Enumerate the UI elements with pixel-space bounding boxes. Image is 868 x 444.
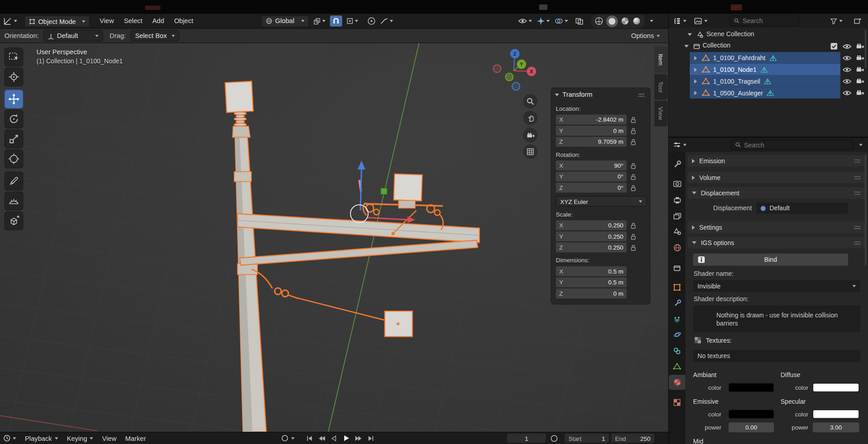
orthographic-toggle-button[interactable] (523, 145, 538, 159)
outliner-row-item-active[interactable]: 1_0100_Node1 (669, 64, 868, 76)
panel-displacement[interactable]: Displacement (688, 187, 866, 199)
camera-icon[interactable] (856, 66, 864, 72)
selected-object-mast[interactable] (225, 81, 479, 432)
play-reverse-button[interactable] (330, 435, 337, 442)
scale-y-field[interactable]: Y0.250 (556, 231, 627, 241)
tab-modifier-properties[interactable] (669, 296, 685, 311)
outliner-row-scene-collection[interactable]: Scene Collection (669, 29, 868, 41)
camera-icon[interactable] (856, 78, 864, 84)
menu-marker[interactable]: Marker (125, 435, 146, 442)
wireframe-shading-icon[interactable] (594, 17, 603, 26)
location-z-field[interactable]: Z9.7059 m (556, 137, 627, 146)
eye-icon[interactable] (843, 79, 852, 84)
tab-collection-properties[interactable] (669, 260, 685, 275)
prev-keyframe-button[interactable] (318, 435, 326, 442)
orientation-default-dropdown[interactable]: Default (43, 30, 103, 42)
scale-z-field[interactable]: Z0.250 (556, 242, 627, 252)
camera-icon[interactable] (856, 55, 864, 61)
tab-physics-properties[interactable] (669, 327, 685, 342)
tab-constraint-properties[interactable] (669, 343, 685, 358)
outliner-row-item[interactable]: 1_0100_Tragseil (669, 76, 868, 87)
chevron-down-icon[interactable] (859, 144, 862, 146)
lock-icon[interactable] (630, 162, 637, 170)
bind-button[interactable]: Bind (693, 254, 848, 266)
menu-select[interactable]: Select (124, 17, 142, 25)
gizmo-neg-y-ball[interactable] (505, 73, 513, 81)
next-keyframe-button[interactable] (355, 435, 363, 442)
auto-keying-dropdown[interactable] (281, 432, 294, 444)
camera-icon[interactable] (856, 90, 864, 95)
panel-igs-options[interactable]: IGS options (688, 237, 866, 249)
emissive-power-field[interactable]: 0.00 (729, 422, 774, 432)
drag-dropdown[interactable]: Select Box (131, 30, 180, 42)
lock-icon[interactable] (630, 128, 637, 135)
tool-cursor[interactable] (5, 67, 24, 86)
lock-icon[interactable] (630, 116, 637, 123)
tab-output-properties[interactable] (669, 193, 685, 208)
outliner-search[interactable] (730, 15, 799, 26)
tab-tool[interactable]: Tool (655, 74, 668, 99)
outliner-row-item[interactable]: 1_0100_Fahrdraht (669, 52, 868, 64)
play-button[interactable] (342, 434, 350, 442)
gizmo-plane-handle[interactable] (381, 188, 387, 194)
mode-dropdown[interactable]: Object Mode (24, 15, 90, 27)
proportional-editing-icon[interactable] (367, 17, 376, 26)
editor-type-button[interactable] (3, 14, 17, 28)
menu-playback[interactable]: Playback (25, 435, 58, 442)
chevron-down-icon[interactable] (650, 20, 653, 22)
gizmos-dropdown[interactable] (537, 17, 550, 25)
scale-x-field[interactable]: X0.250 (556, 220, 627, 230)
emissive-color-swatch[interactable] (729, 410, 774, 419)
orientation-dropdown[interactable]: Global (261, 15, 309, 27)
tab-particle-properties[interactable] (669, 312, 685, 326)
menu-add[interactable]: Add (152, 17, 164, 25)
tab-view[interactable]: View (655, 101, 668, 126)
diffuse-color-swatch[interactable] (813, 383, 859, 392)
menu-keying[interactable]: Keying (67, 435, 93, 442)
outliner-scrollbar[interactable] (865, 30, 867, 69)
jump-to-start-button[interactable] (306, 435, 313, 442)
menu-view[interactable]: View (100, 17, 114, 25)
ambiant-color-swatch[interactable] (729, 383, 774, 392)
tab-view-layer-properties[interactable] (669, 209, 685, 224)
outliner-row-collection[interactable]: Collection (669, 40, 868, 52)
tool-scale[interactable] (5, 130, 24, 149)
eye-icon[interactable] (843, 67, 852, 72)
lock-icon[interactable] (630, 138, 637, 146)
tool-move[interactable] (5, 90, 24, 109)
tab-tool-properties[interactable] (669, 157, 685, 172)
lock-icon[interactable] (630, 222, 637, 229)
tab-render-properties[interactable] (669, 176, 685, 191)
lock-icon[interactable] (630, 173, 637, 180)
panel-settings[interactable]: Settings (688, 222, 866, 233)
shader-desc-textarea[interactable]: Nothing is drawn - use for invisible col… (693, 306, 860, 332)
current-frame-field[interactable]: 1 (507, 434, 546, 443)
material-shading-icon[interactable] (621, 17, 630, 26)
pivot-point-button[interactable] (313, 18, 326, 25)
expand-icon[interactable] (684, 45, 689, 47)
eye-icon[interactable] (843, 55, 852, 61)
expand-icon[interactable] (694, 67, 697, 72)
falloff-dropdown[interactable] (380, 18, 393, 24)
rotation-y-field[interactable]: Y0° (556, 172, 627, 182)
overlays-dropdown[interactable] (555, 18, 568, 24)
properties-search-input[interactable] (744, 142, 849, 148)
properties-editor-button[interactable] (673, 138, 686, 152)
xray-toggle-icon[interactable] (575, 18, 583, 25)
location-x-field[interactable]: X-2.8402 m (556, 114, 627, 124)
solid-shading-active[interactable] (606, 15, 618, 27)
location-y-field[interactable]: Y0 m (556, 126, 627, 136)
dimensions-y-field[interactable]: Y0.5 m (556, 277, 627, 287)
panel-emission[interactable]: Emission (688, 155, 866, 167)
eye-icon[interactable] (843, 44, 852, 49)
snap-settings-button[interactable] (346, 18, 358, 24)
keying-set-button[interactable] (550, 435, 558, 442)
expand-icon[interactable] (694, 79, 697, 84)
properties-search[interactable] (731, 140, 854, 150)
snap-toggle-button[interactable] (330, 15, 342, 26)
specular-color-swatch[interactable] (813, 410, 859, 419)
camera-icon[interactable] (856, 43, 864, 49)
tab-scene-properties[interactable] (669, 224, 685, 239)
dimensions-z-field[interactable]: Z0 m (556, 288, 627, 298)
tool-rotate[interactable] (5, 109, 24, 128)
